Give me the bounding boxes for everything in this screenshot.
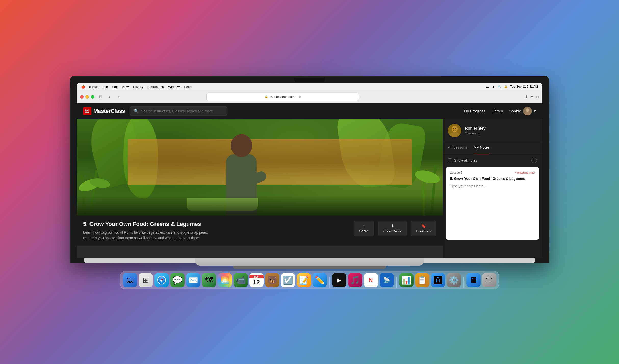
sidebar-toggle[interactable]: ⊡ [97, 93, 104, 100]
search-icon: 🔍 [134, 109, 139, 113]
dock: 🗂 ⊞ 💬 [120, 271, 499, 289]
dock-separator-2 [396, 277, 397, 287]
info-icon: i [534, 159, 535, 162]
mc-video-area: 5. Grow Your Own Food: Greens & Legumes … [77, 119, 443, 258]
apple-menu[interactable]: 🍎 [81, 85, 85, 89]
dock-bear[interactable]: 🐻 [265, 273, 279, 287]
video-text-area: 5. Grow Your Own Food: Greens & Legumes … [83, 221, 354, 241]
dock-appstore[interactable]: 🅰 [431, 273, 445, 287]
svg-point-9 [455, 128, 456, 129]
menu-file[interactable]: File [102, 85, 108, 89]
search-input[interactable] [141, 109, 223, 113]
dock-photos[interactable]: 🌅 [218, 273, 232, 287]
dock-trash[interactable]: 🗑 [482, 273, 496, 287]
mc-logo-text: MasterClass [93, 108, 125, 114]
dock-news[interactable]: N [364, 273, 378, 287]
my-progress-link[interactable]: My Progress [464, 109, 485, 113]
mc-nav-right: My Progress Library Sophie [464, 107, 536, 115]
mc-logo[interactable]: MasterClass [83, 107, 125, 115]
app-menu-safari[interactable]: Safari [89, 85, 98, 89]
url-text: masterclass.com [270, 95, 295, 99]
tab-all-lessons[interactable]: All Lessons [448, 141, 468, 153]
menu-bookmarks[interactable]: Bookmarks [147, 85, 164, 89]
note-card-header: Lesson 5 • Watching Now [450, 171, 535, 174]
dock-finder[interactable]: 🗂 [123, 273, 137, 287]
class-guide-label: Class Guide [383, 229, 402, 233]
search-icon[interactable]: 🔍 [497, 85, 501, 88]
dock-system-preferences[interactable]: ⚙️ [447, 273, 461, 287]
instructor-avatar [448, 124, 461, 137]
dock-launchpad[interactable]: ⊞ [139, 273, 153, 287]
dock-area: 🗂 ⊞ 💬 [120, 269, 499, 293]
library-link[interactable]: Library [491, 109, 503, 113]
menubar-left: 🍎 Safari File Edit View History Bookmark… [81, 85, 191, 89]
dock-freeform[interactable]: ✏️ [313, 273, 327, 287]
note-textarea[interactable] [450, 184, 535, 235]
camera-notch [294, 78, 325, 82]
side-panel: Ron Finley Gardening All Lessons My Note… [443, 119, 542, 258]
share-button[interactable]: ↑ Share [354, 221, 374, 236]
show-all-notes-checkbox[interactable]: Show all notes [448, 158, 477, 162]
forward-button[interactable]: › [115, 93, 122, 100]
info-button[interactable]: i [531, 158, 537, 163]
watching-badge: • Watching Now [515, 171, 535, 174]
minimize-button[interactable] [85, 95, 89, 99]
menu-window[interactable]: Window [168, 85, 180, 89]
share-button[interactable]: ⬆ [525, 94, 528, 99]
menu-history[interactable]: History [133, 85, 143, 89]
close-button[interactable] [80, 95, 84, 99]
mc-main-content: 5. Grow Your Own Food: Greens & Legumes … [77, 119, 542, 258]
dock-facetime[interactable]: 📹 [234, 273, 248, 287]
dock-stickies[interactable]: 📝 [297, 273, 311, 287]
dock-keynote[interactable]: 📋 [415, 273, 429, 287]
mc-search-bar[interactable]: 🔍 [130, 106, 227, 116]
dock-safari[interactable] [154, 273, 169, 287]
safari-toolbar-right: ⬆ + ⊟ [525, 94, 539, 99]
traffic-lights [80, 95, 94, 99]
mc-user-menu[interactable]: Sophie ▾ [509, 107, 536, 115]
menu-edit[interactable]: Edit [112, 85, 118, 89]
dock-numbers[interactable]: 📊 [399, 273, 414, 287]
dock-calendar[interactable]: SEP 12 [249, 273, 264, 287]
ssl-icon: 🔒 [265, 95, 268, 98]
dock-separator-3 [463, 277, 464, 287]
instructor-name: Ron Finley [465, 126, 486, 131]
tabs-button[interactable]: ⊟ [536, 95, 539, 99]
new-tab-button[interactable]: + [531, 94, 533, 99]
bookmark-button[interactable]: 🔖 Bookmark [411, 221, 436, 236]
video-player[interactable] [77, 119, 443, 216]
svg-point-6 [452, 126, 458, 132]
video-actions: ↑ Share ⬇ Class Guide 🔖 [354, 221, 436, 236]
dock-netnewswire[interactable]: 📡 [380, 273, 394, 287]
tab-my-notes[interactable]: My Notes [474, 141, 490, 153]
watching-dot: • [515, 171, 516, 174]
dock-appletv[interactable]: ▶ [332, 273, 346, 287]
masterclass-site: MasterClass 🔍 My Progress Library Sophie [77, 103, 542, 258]
back-button[interactable]: ‹ [106, 93, 113, 100]
instructor-info: Ron Finley Gardening [465, 126, 486, 135]
stand-foot [233, 266, 386, 269]
class-guide-button[interactable]: ⬇ Class Guide [378, 221, 407, 236]
menu-help[interactable]: Help [184, 85, 191, 89]
address-bar[interactable]: 🔒 masterclass.com ↻ [206, 93, 359, 101]
mc-logo-icon [83, 107, 91, 115]
note-lesson-label: Lesson 5 [450, 171, 462, 174]
dock-maps[interactable]: 🗺 [202, 273, 216, 287]
reload-button[interactable]: ↻ [298, 95, 301, 99]
checkbox[interactable] [448, 158, 452, 162]
dock-messages[interactable]: 💬 [170, 273, 185, 287]
svg-rect-0 [83, 107, 91, 115]
user-avatar [523, 107, 532, 115]
safari-window: ⊡ ‹ › 🔒 masterclass.com ↻ ⬆ + ⊟ [77, 90, 542, 258]
svg-point-8 [453, 128, 454, 129]
dock-reminders[interactable]: ☑️ [281, 273, 295, 287]
instructor-subject: Gardening [465, 131, 486, 135]
dock-screen-time[interactable]: 🖥 [466, 273, 481, 287]
maximize-button[interactable] [91, 95, 94, 99]
video-info: 5. Grow Your Own Food: Greens & Legumes … [77, 216, 443, 246]
dock-separator [329, 277, 330, 287]
menu-view[interactable]: View [122, 85, 129, 89]
dock-mail[interactable]: ✉️ [186, 273, 200, 287]
dock-music[interactable]: 🎵 [348, 273, 362, 287]
stand-base [195, 258, 424, 266]
